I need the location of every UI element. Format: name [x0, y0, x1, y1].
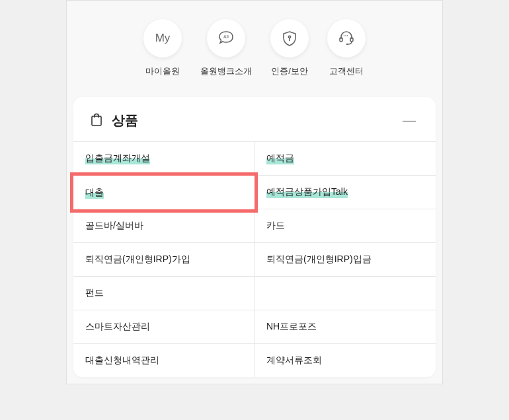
- shield-icon: [270, 19, 309, 57]
- quick-label: 올원뱅크소개: [200, 65, 252, 77]
- product-cell[interactable]: 대출신청내역관리: [73, 344, 255, 377]
- product-label: NH프로포즈: [266, 321, 317, 333]
- quick-item-about[interactable]: All 올원뱅크소개: [200, 19, 252, 77]
- headset-icon: [327, 19, 366, 57]
- product-label: 대출신청내역관리: [85, 355, 159, 367]
- product-cell[interactable]: NH프로포즈: [255, 310, 436, 344]
- all-icon: All: [207, 19, 245, 57]
- card-header: 상품 —: [73, 97, 436, 141]
- quick-label: 마이올원: [145, 65, 180, 77]
- app-frame: My 마이올원 All 올원뱅크소개 인증/보안: [66, 0, 443, 384]
- quick-item-my[interactable]: My 마이올원: [143, 19, 182, 77]
- quick-menu: My 마이올원 All 올원뱅크소개 인증/보안: [67, 1, 442, 90]
- product-cell[interactable]: 카드: [255, 209, 436, 243]
- product-cell[interactable]: 예적금상품가입Talk: [255, 176, 436, 209]
- product-cell[interactable]: 펀드: [73, 277, 255, 310]
- products-card: 상품 — 입출금계좌개설예적금대출예적금상품가입Talk골드바/실버바카드퇴직연…: [73, 97, 436, 377]
- product-label: 입출금계좌개설: [85, 153, 150, 164]
- product-cell[interactable]: 대출: [70, 172, 258, 213]
- svg-point-8: [347, 35, 348, 36]
- product-label: 예적금상품가입Talk: [266, 186, 348, 198]
- product-cell[interactable]: 퇴직연금(개인형IRP)입금: [255, 243, 436, 277]
- product-cell[interactable]: 계약서류조회: [255, 344, 436, 377]
- card-header-left: 상품: [89, 112, 138, 129]
- product-cell[interactable]: 예적금: [255, 142, 436, 176]
- product-cell[interactable]: 입출금계좌개설: [73, 142, 255, 176]
- product-cell[interactable]: 퇴직연금(개인형IRP)가입: [73, 243, 255, 277]
- quick-label: 고객센터: [329, 65, 364, 77]
- card-title: 상품: [112, 112, 138, 129]
- my-icon: My: [143, 19, 182, 57]
- svg-rect-9: [92, 116, 101, 125]
- product-label: 스마트자산관리: [85, 321, 150, 333]
- product-label: 펀드: [85, 287, 104, 299]
- quick-item-support[interactable]: 고객센터: [327, 19, 366, 77]
- product-cell[interactable]: 골드바/실버바: [73, 209, 255, 243]
- collapse-icon[interactable]: —: [399, 113, 420, 128]
- product-label: 퇴직연금(개인형IRP)입금: [266, 254, 372, 265]
- svg-point-6: [344, 35, 345, 36]
- product-label: 계약서류조회: [266, 355, 322, 367]
- my-icon-text: My: [155, 32, 171, 45]
- products-grid: 입출금계좌개설예적금대출예적금상품가입Talk골드바/실버바카드퇴직연금(개인형…: [73, 141, 436, 377]
- product-label: 골드바/실버바: [85, 220, 143, 232]
- svg-point-1: [288, 36, 290, 38]
- product-label: 예적금: [266, 153, 294, 164]
- product-label: 퇴직연금(개인형IRP)가입: [85, 254, 190, 265]
- quick-label: 인증/보안: [271, 65, 308, 77]
- svg-text:All: All: [223, 34, 229, 39]
- svg-point-5: [346, 44, 348, 45]
- quick-item-security[interactable]: 인증/보안: [270, 19, 309, 77]
- svg-point-7: [345, 35, 346, 36]
- product-cell: [255, 277, 436, 310]
- bag-icon: [89, 112, 104, 129]
- product-cell[interactable]: 스마트자산관리: [73, 310, 255, 344]
- product-label: 카드: [266, 220, 285, 232]
- product-label: 대출: [85, 187, 104, 199]
